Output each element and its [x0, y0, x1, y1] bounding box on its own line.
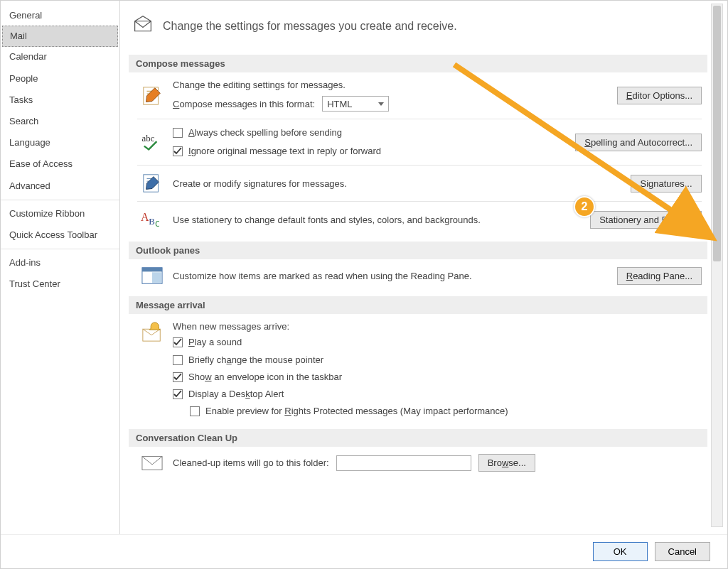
section-arrival-body: When new messages arrive: Play a sound B… [129, 314, 707, 425]
rights-preview-checkbox[interactable]: Enable preview for Rights Protected mess… [190, 405, 702, 418]
cleanup-folder-label: Cleaned-up items will go to this folder: [173, 457, 329, 468]
sidebar-item-language[interactable]: Language [1, 132, 119, 153]
sidebar-item-add-ins[interactable]: Add-ins [1, 252, 119, 273]
sidebar-item-mail[interactable]: Mail [2, 26, 118, 47]
ignore-original-text-checkbox[interactable]: Ignore original message text in reply or… [173, 145, 568, 158]
stationery-icon: ABC [139, 209, 166, 230]
checkbox-box [173, 146, 183, 156]
section-cleanup-title: Conversation Clean Up [129, 429, 707, 447]
reading-pane-icon [139, 266, 166, 285]
cancel-button[interactable]: Cancel [655, 542, 710, 561]
browse-button[interactable]: Browse... [478, 454, 535, 472]
annotation-badge-2: 2 [574, 196, 595, 217]
vertical-scrollbar[interactable] [711, 4, 723, 527]
checkbox-box [173, 128, 183, 138]
sidebar-item-search[interactable]: Search [1, 111, 119, 132]
chevron-down-icon [378, 102, 384, 106]
dialog-footer: OK Cancel [1, 534, 727, 568]
envelope-clean-icon [139, 455, 166, 471]
change-pointer-checkbox[interactable]: Briefly change the mouse pointer [173, 354, 702, 367]
play-sound-checkbox[interactable]: Play a sound [173, 336, 702, 349]
svg-rect-7 [142, 268, 162, 272]
dialog-body: General Mail Calendar People Tasks Searc… [1, 1, 727, 534]
always-check-spelling-checkbox[interactable]: Always check spelling before sending [173, 126, 568, 139]
signatures-label: Create or modify signatures for messages… [173, 178, 347, 189]
sidebar-item-tasks[interactable]: Tasks [1, 90, 119, 111]
section-compose-body: Change the editing settings for messages… [129, 72, 707, 237]
sidebar-item-people[interactable]: People [1, 68, 119, 90]
scroll-area: Change the settings for messages you cre… [129, 6, 707, 531]
svg-text:abc: abc [142, 134, 155, 143]
sidebar-item-quick-access-toolbar[interactable]: Quick Access Toolbar [1, 224, 119, 246]
sidebar-item-general[interactable]: General [1, 5, 119, 26]
envelope-taskbar-checkbox[interactable]: Show an envelope icon in the taskbar [173, 371, 702, 384]
svg-rect-8 [152, 273, 161, 283]
page-header: Change the settings for messages you cre… [129, 6, 707, 50]
page-title: Change the settings for messages you cre… [163, 20, 457, 33]
section-arrival-title: Message arrival [129, 296, 707, 314]
signature-icon [139, 173, 166, 194]
sidebar: General Mail Calendar People Tasks Searc… [1, 1, 120, 534]
sidebar-item-advanced[interactable]: Advanced [1, 175, 119, 197]
envelope-icon [133, 15, 153, 38]
editor-options-button[interactable]: Editor Options... [617, 87, 702, 104]
sidebar-item-calendar[interactable]: Calendar [1, 46, 119, 67]
edit-icon [139, 85, 166, 107]
signatures-button[interactable]: Signatures... [631, 175, 702, 193]
stationery-label: Use stationery to change default fonts a… [173, 215, 481, 225]
spelling-autocorrect-button[interactable]: Spelling and Autocorrect... [575, 134, 702, 151]
sidebar-separator [1, 249, 119, 249]
arrival-when-label: When new messages arrive: [173, 321, 702, 332]
section-panes-title: Outlook panes [129, 242, 707, 259]
sidebar-item-ease-of-access[interactable]: Ease of Access [1, 153, 119, 175]
section-cleanup-body: Cleaned-up items will go to this folder:… [129, 447, 707, 472]
compose-format-dropdown[interactable]: HTML [322, 96, 389, 112]
reading-pane-label: Customize how items are marked as read w… [173, 271, 472, 281]
svg-text:B: B [149, 217, 155, 227]
arrival-bell-icon [139, 321, 166, 342]
svg-text:C: C [155, 220, 160, 229]
sidebar-separator [1, 200, 119, 200]
desktop-alert-checkbox[interactable]: Display a Desktop Alert [173, 388, 702, 401]
stationery-fonts-button[interactable]: Stationery and Fonts... [590, 211, 702, 229]
options-dialog: General Mail Calendar People Tasks Searc… [0, 0, 728, 569]
sidebar-item-trust-center[interactable]: Trust Center [1, 273, 119, 295]
reading-pane-button[interactable]: Reading Pane... [617, 267, 702, 285]
cleanup-folder-input[interactable] [336, 455, 471, 471]
section-panes-body: Customize how items are marked as read w… [129, 259, 707, 292]
ok-button[interactable]: OK [593, 542, 648, 561]
spellcheck-icon: abc [139, 131, 166, 153]
compose-format-label: Compose messages in this format: [173, 99, 315, 109]
svg-text:A: A [141, 212, 149, 224]
sidebar-item-customize-ribbon[interactable]: Customize Ribbon [1, 203, 119, 224]
main-panel: Change the settings for messages you cre… [120, 1, 727, 534]
section-compose-title: Compose messages [129, 55, 707, 72]
compose-format-value: HTML [327, 99, 352, 109]
editing-settings-label: Change the editing settings for messages… [173, 80, 610, 90]
